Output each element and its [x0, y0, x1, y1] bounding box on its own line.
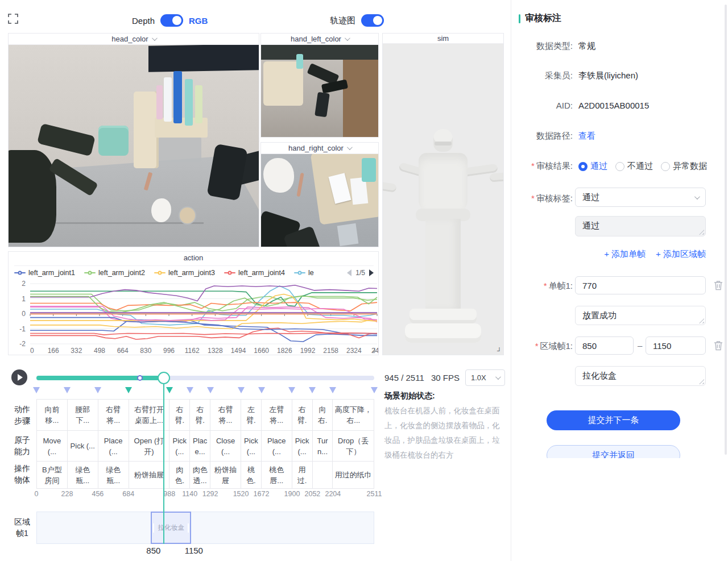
table-cell: Place (...: [262, 431, 292, 461]
speed-select[interactable]: 1.0X: [465, 369, 505, 386]
playback-slider[interactable]: [36, 376, 374, 380]
review-result-radio-不通过[interactable]: 不通过: [615, 161, 653, 172]
data-path-view-link[interactable]: 查看: [578, 131, 595, 142]
table-cell: Pick (...: [292, 431, 313, 461]
chevron-down-icon: [345, 35, 350, 41]
axis-tick-label: 1672: [254, 490, 270, 498]
svg-text:1162: 1162: [185, 347, 200, 355]
review-result-radio-异常数据[interactable]: 异常数据: [661, 161, 707, 172]
legend-item[interactable]: left_arm_joint3: [154, 269, 215, 277]
fullscreen-icon[interactable]: [8, 14, 18, 24]
table-cell: Pick (...: [241, 431, 262, 461]
hand-right-camera-header[interactable]: hand_right_color: [261, 143, 378, 154]
review-section-title: 审核标注: [519, 13, 561, 24]
sim-panel: sim ┘: [382, 33, 504, 355]
trajectory-label: 轨迹图: [330, 15, 355, 26]
table-cell: 右臂将...: [210, 400, 241, 430]
sim-viewport[interactable]: ┘: [383, 44, 503, 355]
delete-single-frame-icon[interactable]: [714, 280, 723, 290]
boundary-marker-icon: [371, 387, 378, 393]
data-type-label: 数据类型:: [518, 41, 573, 52]
textarea-resize-icon[interactable]: [699, 230, 704, 235]
review-tag-select[interactable]: 通过: [575, 188, 706, 207]
section-accent-bar: [519, 14, 520, 23]
legend-page-text: 1/5: [355, 269, 365, 277]
boundary-marker-icon: [309, 387, 316, 393]
submit-next-button[interactable]: 提交并下一条: [547, 410, 680, 430]
region-frame-note-textarea[interactable]: 拉化妆盒: [575, 366, 706, 386]
svg-text:0: 0: [30, 347, 34, 355]
collector-label: 采集员:: [518, 70, 573, 81]
timeline-row: B户型房间绿色瓶...绿色瓶...粉饼抽屉肉色.肉色透...粉饼抽屉桃色.桃色唇…: [37, 461, 374, 489]
svg-text:332: 332: [71, 347, 82, 355]
boundary-markers: [36, 387, 374, 394]
delete-region-frame-icon[interactable]: [714, 340, 723, 351]
region-frame-labels: 8501150: [36, 546, 374, 556]
trajectory-toggle[interactable]: [361, 14, 384, 27]
submit-return-button[interactable]: 提交并返回: [547, 445, 680, 458]
svg-text:498: 498: [94, 347, 105, 355]
add-single-frame-link[interactable]: + 添加单帧: [604, 249, 646, 260]
region-frame-start-input[interactable]: 850: [575, 336, 634, 355]
add-region-frame-link[interactable]: + 添加区域帧: [656, 249, 706, 260]
table-cell: Place (...: [98, 431, 129, 461]
svg-text:166: 166: [48, 347, 59, 355]
table-cell: 左臂.: [241, 400, 262, 430]
textarea-resize-icon[interactable]: [699, 318, 704, 323]
action-chart-panel: action left_arm_joint1left_arm_joint2lef…: [8, 251, 379, 355]
legend-next-icon[interactable]: [369, 269, 374, 276]
single-frame-input[interactable]: 770: [575, 276, 706, 294]
toggle-knob: [172, 16, 181, 25]
region-frame-box[interactable]: 拉化妆盒: [151, 512, 191, 544]
hand-left-camera-header[interactable]: hand_left_color: [261, 34, 378, 45]
axis-tick-label: 2204: [325, 490, 341, 498]
hand-left-camera-title: hand_left_color: [291, 35, 341, 43]
single-frame-note-textarea[interactable]: 放置成功: [575, 306, 706, 325]
review-tag-value: 通过: [582, 192, 599, 203]
boundary-marker-icon: [329, 387, 336, 393]
table-cell: 绿色瓶...: [68, 462, 98, 488]
robot-torso-shape: [419, 153, 468, 212]
single-frame-marker-dot[interactable]: [137, 375, 143, 381]
chevron-down-icon: [495, 374, 501, 380]
axis-tick-label: 456: [92, 490, 104, 498]
scene-initial-state: 场景初始状态: 梳妆台在机器人前，化妆盒在桌面上，化妆盒的侧边摆放着物品，化妆品…: [384, 391, 506, 463]
boundary-marker-icon: [64, 387, 71, 393]
legend-item[interactable]: le: [294, 269, 314, 277]
tissue-box-shape: [98, 126, 129, 156]
legend-item[interactable]: left_arm_joint4: [224, 269, 285, 277]
timeline-axis: 0228456684988114012921520167219002052220…: [36, 490, 374, 499]
play-button[interactable]: [11, 369, 27, 385]
svg-text:1: 1: [22, 295, 26, 303]
legend-item[interactable]: left_arm_joint2: [84, 269, 145, 277]
chart-legend: left_arm_joint1left_arm_joint2left_arm_j…: [14, 265, 374, 277]
table-cell: 用过的纸巾: [333, 462, 374, 488]
slider-handle[interactable]: [158, 372, 170, 384]
svg-text:1826: 1826: [277, 347, 292, 355]
aid-value: A2D0015AB00015: [578, 101, 649, 110]
legend-prev-icon[interactable]: [347, 269, 351, 276]
axis-tick-label: 684: [122, 490, 134, 498]
review-result-radio-通过[interactable]: 通过: [578, 161, 607, 172]
review-tag-note-textarea[interactable]: 通过: [575, 216, 706, 236]
table-cell: 右臂将...: [98, 400, 129, 430]
action-chart-svg[interactable]: 210-1-2016633249866483099611621328149416…: [9, 278, 378, 355]
resize-handle-icon[interactable]: ┘: [497, 347, 502, 354]
head-camera-header[interactable]: head_color: [9, 34, 259, 45]
region-frame-end-input[interactable]: 1150: [646, 336, 706, 355]
playhead-line[interactable]: [163, 384, 164, 544]
table-cell: Drop（丢下）: [333, 431, 374, 461]
svg-text:1660: 1660: [254, 347, 269, 355]
resize-handle-icon[interactable]: ┘: [373, 348, 377, 355]
legend-item[interactable]: left_arm_joint1: [14, 269, 75, 277]
table-cell: Place...: [190, 431, 210, 461]
robot-head-shape: [433, 129, 453, 152]
depth-rgb-toggle[interactable]: [160, 14, 183, 27]
svg-text:996: 996: [163, 347, 175, 355]
textarea-resize-icon[interactable]: [699, 379, 704, 384]
axis-tick-label: 2052: [305, 490, 321, 498]
table-cell: Move (...: [37, 431, 68, 461]
boundary-marker-icon: [125, 387, 132, 393]
scrollbar[interactable]: [725, 5, 727, 455]
table-cell: 桃色唇...: [262, 462, 292, 488]
